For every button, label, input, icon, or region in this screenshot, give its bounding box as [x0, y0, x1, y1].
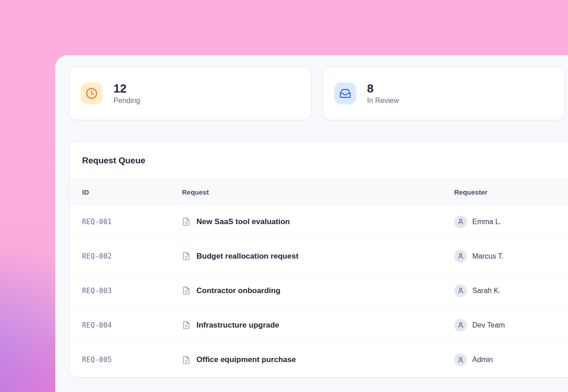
table-row[interactable]: REQ-004 Infrastructure upgrade Dev Team [69, 308, 568, 343]
request-title: Budget reallocation request [196, 252, 299, 261]
table-row[interactable]: REQ-001 New SaaS tool evaluation Emma L. [69, 205, 568, 239]
stat-text: 8 In Review [367, 82, 399, 105]
request-title: Office equipment purchase [196, 355, 296, 364]
stat-label-pending: Pending [113, 97, 140, 105]
request-id: REQ-005 [82, 356, 182, 364]
avatar [454, 353, 467, 366]
avatar [454, 319, 467, 332]
stat-value-pending: 12 [113, 82, 140, 96]
request-id: REQ-001 [82, 218, 182, 226]
screen: 12 Pending 8 In Review [0, 0, 568, 392]
request-title: Infrastructure upgrade [196, 321, 279, 330]
table-header: ID Request Requester [69, 180, 568, 205]
requester-name: Sarah K. [472, 287, 500, 295]
requester-name: Marcus T. [472, 252, 504, 260]
column-header-request: Request [182, 188, 454, 196]
stat-card-pending: 12 Pending [69, 67, 311, 120]
queue-title-bar: Request Queue [69, 142, 568, 180]
requester-name: Dev Team [472, 321, 505, 329]
stat-text: 12 Pending [113, 82, 140, 105]
inbox-icon [334, 83, 356, 104]
document-icon [182, 356, 191, 364]
column-header-requester: Requester [454, 188, 568, 196]
main-panel: 12 Pending 8 In Review [55, 55, 568, 392]
requester-name: Emma L. [472, 218, 501, 226]
table-row[interactable]: REQ-003 Contractor onboarding Sarah K. [69, 274, 568, 308]
avatar [454, 250, 467, 263]
request-id: REQ-004 [82, 321, 182, 329]
avatar [454, 284, 467, 297]
document-icon [182, 252, 191, 260]
stat-label-in-review: In Review [367, 97, 399, 105]
requester-name: Admin [472, 356, 493, 364]
request-title: Contractor onboarding [196, 286, 280, 295]
stat-card-in-review: 8 In Review [323, 67, 565, 120]
table-body: REQ-001 New SaaS tool evaluation Emma L. [69, 205, 568, 377]
request-queue-card: Request Queue ID Request Requester REQ-0… [69, 142, 568, 377]
document-icon [182, 217, 191, 226]
document-icon [182, 286, 191, 295]
request-id: REQ-002 [82, 252, 182, 260]
clock-icon [81, 83, 103, 104]
column-header-id: ID [82, 188, 182, 196]
queue-title: Request Queue [82, 156, 145, 166]
stats-row: 12 Pending 8 In Review [69, 67, 565, 120]
table-row[interactable]: REQ-005 Office equipment purchase Admin [69, 343, 568, 377]
request-title: New SaaS tool evaluation [196, 217, 290, 226]
stat-value-in-review: 8 [367, 82, 399, 96]
table-row[interactable]: REQ-002 Budget reallocation request Marc… [69, 239, 568, 274]
avatar [454, 216, 467, 228]
request-id: REQ-003 [82, 287, 182, 295]
document-icon [182, 321, 191, 329]
